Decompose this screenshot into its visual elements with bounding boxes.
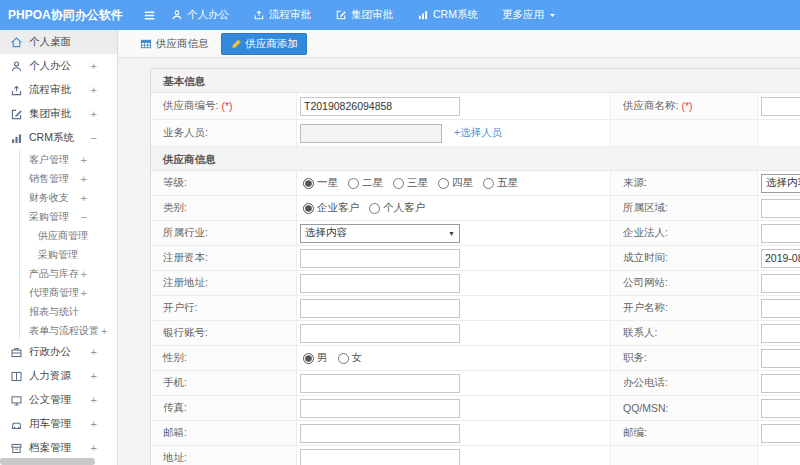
region-input[interactable] (761, 199, 800, 218)
required-mark: (*) (681, 100, 692, 112)
archive-icon (10, 442, 23, 455)
horizontal-scrollbar-thumb[interactable] (0, 458, 95, 465)
level-radio-2[interactable] (393, 178, 404, 189)
supplier-code-input[interactable] (300, 97, 460, 116)
address-input[interactable] (300, 449, 460, 465)
expander-icon: + (81, 268, 87, 280)
source-select[interactable]: 选择内容▼ (761, 174, 800, 193)
field-label: 公司网站: (623, 276, 668, 290)
sidebar-item-product-inventory[interactable]: 产品与库存+ (0, 264, 117, 283)
gender-radio-1[interactable] (338, 353, 349, 364)
sidebar-item-document-mgmt[interactable]: 公文管理+ (0, 388, 117, 412)
field-label: 地址: (163, 451, 187, 465)
form-row: 开户行:开户名称: (151, 296, 800, 321)
sidebar-item-group-approval[interactable]: 集团审批+ (0, 102, 117, 126)
topnav-more-apps[interactable]: 更多应用 (502, 8, 557, 22)
industry-select[interactable]: 选择内容▼ (300, 224, 460, 243)
menu-toggle-icon[interactable] (142, 8, 157, 23)
level-option-4[interactable]: 五星 (483, 176, 518, 190)
expander-icon: + (81, 287, 87, 299)
job-title-input[interactable] (761, 349, 800, 368)
book-icon (10, 370, 23, 383)
field-label: 职务: (623, 351, 647, 365)
sidebar-item-customer-mgmt[interactable]: 客户管理+ (0, 150, 117, 169)
field-cell (758, 221, 800, 245)
tab-supplier-add[interactable]: 供应商添加 (221, 33, 308, 55)
sidebar-item-personal-desktop[interactable]: 个人桌面 (0, 30, 117, 54)
tab-supplier-info[interactable]: 供应商信息 (132, 33, 217, 55)
choose-person-link[interactable]: +选择人员 (454, 126, 502, 140)
briefcase-icon (10, 346, 23, 359)
founded-date-input[interactable] (761, 249, 800, 268)
supplier-name-input[interactable] (761, 97, 800, 116)
qq-msn-input[interactable] (761, 399, 800, 418)
topnav-label: 个人办公 (187, 8, 229, 22)
approve-icon (10, 108, 23, 121)
sidebar-item-label: 代理商管理 (29, 286, 79, 300)
category-option-0[interactable]: 企业客户 (303, 201, 359, 215)
category-radio-1[interactable] (369, 203, 380, 214)
email-input[interactable] (300, 424, 460, 443)
topnav-personal-office[interactable]: 个人办公 (171, 8, 229, 22)
sidebar-item-personal-office[interactable]: 个人办公+ (0, 54, 117, 78)
form-row: 类别:企业客户个人客户所属区域: (151, 196, 800, 221)
sidebar-item-label: 产品与库存 (29, 267, 79, 281)
fax-input[interactable] (300, 399, 460, 418)
field-cell: 一星二星三星四星五星 (297, 171, 611, 195)
sidebar-item-workflow-approval[interactable]: 流程审批+ (0, 78, 117, 102)
category-radio-0[interactable] (303, 203, 314, 214)
expander-icon: + (91, 346, 97, 358)
form-row: 手机:办公电话: (151, 371, 800, 396)
form-row: 地址: (151, 446, 800, 465)
gender-option-0[interactable]: 男 (303, 351, 328, 365)
sidebar-item-sales-mgmt[interactable]: 销售管理+ (0, 169, 117, 188)
sidebar-item-label: 用车管理 (29, 417, 71, 431)
bank-account-input[interactable] (300, 324, 460, 343)
sidebar-item-admin-office[interactable]: 行政办公+ (0, 340, 117, 364)
business-person-input[interactable] (300, 124, 442, 143)
sidebar-item-label: 个人桌面 (29, 35, 71, 49)
topnav-label: 集团审批 (351, 8, 393, 22)
level-radio-0[interactable] (303, 178, 314, 189)
sidebar-item-finance-inout[interactable]: 财务收支+ (0, 188, 117, 207)
level-radio-4[interactable] (483, 178, 494, 189)
website-input[interactable] (761, 274, 800, 293)
postcode-input[interactable] (761, 424, 800, 443)
bank-input[interactable] (300, 299, 460, 318)
sidebar-item-purchase-mgmt-sub[interactable]: 采购管理 (0, 245, 117, 264)
sidebar-item-archive-mgmt[interactable]: 档案管理+ (0, 436, 117, 460)
gender-option-1[interactable]: 女 (338, 351, 363, 365)
level-option-2[interactable]: 三星 (393, 176, 428, 190)
sidebar-item-human-resources[interactable]: 人力资源+ (0, 364, 117, 388)
level-option-3[interactable]: 四星 (438, 176, 473, 190)
gender-radio-0[interactable] (303, 353, 314, 364)
mobile-input[interactable] (300, 374, 460, 393)
sidebar-item-purchase-mgmt[interactable]: 采购管理− (0, 207, 117, 226)
level-radio-1[interactable] (348, 178, 359, 189)
account-name-input[interactable] (761, 299, 800, 318)
sidebar-item-supplier-mgmt[interactable]: 供应商管理 (0, 226, 117, 245)
level-radio-group: 一星二星三星四星五星 (303, 176, 518, 190)
sidebar-item-vehicle-mgmt[interactable]: 用车管理+ (0, 412, 117, 436)
field-cell (758, 296, 800, 320)
sidebar-item-reports-stats[interactable]: 报表与统计 (0, 302, 117, 321)
sidebar-item-label: 表单与流程设置 (29, 324, 99, 338)
office-phone-input[interactable] (761, 374, 800, 393)
topnav-group-approval[interactable]: 集团审批 (335, 8, 393, 22)
category-option-1[interactable]: 个人客户 (369, 201, 425, 215)
sidebar-item-agent-mgmt[interactable]: 代理商管理+ (0, 283, 117, 302)
sidebar-item-form-flow-settings[interactable]: 表单与流程设置+ (0, 321, 117, 340)
legal-person-input[interactable] (761, 224, 800, 243)
sidebar-item-label: CRM系统 (29, 131, 74, 145)
contact-input[interactable] (761, 324, 800, 343)
expander-icon: + (91, 84, 97, 96)
level-option-1[interactable]: 二星 (348, 176, 383, 190)
registered-address-input[interactable] (300, 274, 460, 293)
registered-capital-input[interactable] (300, 249, 460, 268)
level-option-0[interactable]: 一星 (303, 176, 338, 190)
sidebar-item-crm-system[interactable]: CRM系统− (0, 126, 117, 150)
level-radio-3[interactable] (438, 178, 449, 189)
topnav-crm-system[interactable]: CRM系统 (417, 8, 478, 22)
topnav-workflow-approval[interactable]: 流程审批 (253, 8, 311, 22)
section-header: 基本信息 (151, 69, 800, 93)
